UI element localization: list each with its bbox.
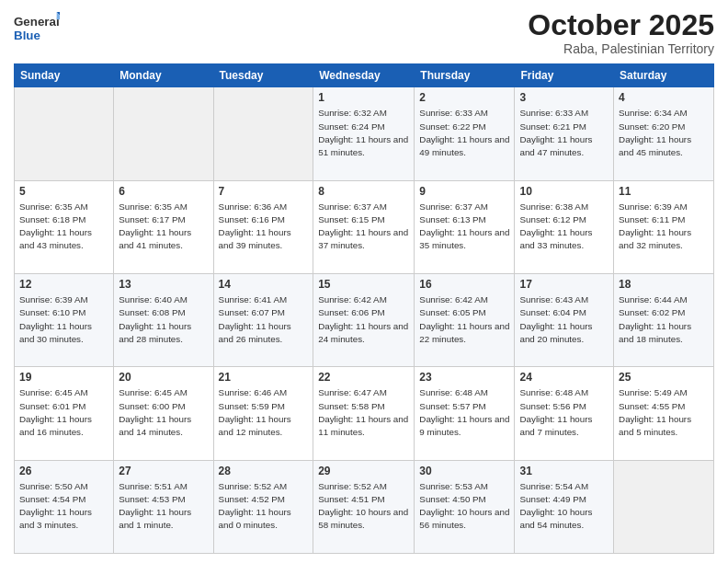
calendar-day-header: Tuesday: [213, 64, 313, 87]
daylight-info: Daylight: 11 hours and 11 minutes.: [318, 414, 408, 437]
daylight-info: Daylight: 11 hours and 37 minutes.: [318, 227, 408, 250]
title-block: October 2025 Raba, Palestinian Territory: [528, 9, 714, 56]
day-number: 11: [619, 184, 709, 199]
svg-text:General: General: [14, 15, 60, 29]
calendar-day-cell: [15, 87, 114, 180]
day-number: 30: [419, 464, 509, 478]
sunrise-info: Sunrise: 5:49 AM: [619, 387, 688, 397]
daylight-info: Daylight: 11 hours and 20 minutes.: [519, 321, 592, 344]
sunrise-info: Sunrise: 6:42 AM: [318, 294, 387, 304]
sunset-info: Sunset: 6:24 PM: [318, 121, 384, 132]
sunset-info: Sunset: 4:54 PM: [19, 494, 85, 504]
sunset-info: Sunset: 6:04 PM: [519, 307, 586, 317]
daylight-info: Daylight: 11 hours and 16 minutes.: [19, 414, 92, 437]
daylight-info: Daylight: 11 hours and 30 minutes.: [19, 321, 92, 344]
calendar-day-cell: 11 Sunrise: 6:39 AM Sunset: 6:11 PM Dayl…: [614, 180, 714, 273]
calendar-day-cell: 23 Sunrise: 6:48 AM Sunset: 5:57 PM Dayl…: [415, 367, 515, 460]
day-number: 2: [419, 90, 509, 105]
day-number: 23: [419, 370, 509, 385]
daylight-info: Daylight: 11 hours and 47 minutes.: [519, 134, 592, 157]
sunset-info: Sunset: 6:08 PM: [119, 307, 185, 317]
daylight-info: Daylight: 10 hours and 56 minutes.: [419, 507, 509, 530]
sunset-info: Sunset: 6:13 PM: [419, 214, 485, 224]
calendar-header-row: SundayMondayTuesdayWednesdayThursdayFrid…: [15, 64, 714, 87]
calendar-day-cell: 22 Sunrise: 6:47 AM Sunset: 5:58 PM Dayl…: [313, 367, 415, 460]
sunrise-info: Sunrise: 6:33 AM: [519, 108, 588, 118]
calendar-day-cell: 25 Sunrise: 5:49 AM Sunset: 4:55 PM Dayl…: [614, 367, 714, 460]
sunrise-info: Sunrise: 5:52 AM: [318, 481, 387, 491]
calendar-day-cell: 24 Sunrise: 6:48 AM Sunset: 5:56 PM Dayl…: [515, 367, 614, 460]
calendar-day-header: Thursday: [415, 64, 515, 87]
sunset-info: Sunset: 5:59 PM: [219, 401, 285, 411]
sunset-info: Sunset: 6:16 PM: [219, 214, 285, 224]
daylight-info: Daylight: 11 hours and 14 minutes.: [119, 414, 191, 437]
day-number: 8: [318, 184, 409, 199]
day-number: 7: [219, 184, 309, 199]
calendar-day-cell: 10 Sunrise: 6:38 AM Sunset: 6:12 PM Dayl…: [515, 180, 614, 273]
sunset-info: Sunset: 6:17 PM: [119, 214, 185, 224]
daylight-info: Daylight: 11 hours and 7 minutes.: [519, 414, 592, 437]
daylight-info: Daylight: 11 hours and 28 minutes.: [119, 321, 191, 344]
calendar-day-cell: 20 Sunrise: 6:45 AM Sunset: 6:00 PM Dayl…: [114, 367, 213, 460]
day-number: 22: [318, 370, 409, 385]
calendar-day-header: Sunday: [15, 64, 114, 87]
sunrise-info: Sunrise: 6:45 AM: [119, 387, 188, 397]
sunrise-info: Sunrise: 6:41 AM: [219, 294, 288, 304]
calendar-day-cell: 16 Sunrise: 6:42 AM Sunset: 6:05 PM Dayl…: [415, 273, 515, 366]
sunrise-info: Sunrise: 6:44 AM: [619, 294, 688, 304]
main-title: October 2025: [528, 9, 714, 41]
logo-svg: General Blue: [14, 9, 60, 46]
daylight-info: Daylight: 11 hours and 9 minutes.: [419, 414, 509, 437]
sunrise-info: Sunrise: 5:51 AM: [119, 481, 188, 491]
sunset-info: Sunset: 6:05 PM: [419, 307, 485, 317]
day-number: 10: [519, 184, 609, 199]
calendar-week-row: 5 Sunrise: 6:35 AM Sunset: 6:18 PM Dayli…: [15, 180, 714, 273]
day-number: 16: [419, 277, 509, 292]
calendar-day-cell: 1 Sunrise: 6:32 AM Sunset: 6:24 PM Dayli…: [313, 87, 415, 180]
sunrise-info: Sunrise: 5:53 AM: [419, 481, 488, 491]
daylight-info: Daylight: 11 hours and 26 minutes.: [219, 321, 291, 344]
day-number: 26: [19, 464, 108, 478]
sunrise-info: Sunrise: 6:37 AM: [419, 201, 488, 212]
daylight-info: Daylight: 11 hours and 41 minutes.: [119, 227, 191, 250]
day-number: 14: [219, 277, 309, 292]
day-number: 18: [619, 277, 709, 292]
calendar-day-cell: 6 Sunrise: 6:35 AM Sunset: 6:17 PM Dayli…: [114, 180, 213, 273]
sunset-info: Sunset: 6:20 PM: [619, 121, 685, 132]
day-number: 4: [619, 90, 709, 105]
calendar-week-row: 1 Sunrise: 6:32 AM Sunset: 6:24 PM Dayli…: [15, 87, 714, 180]
calendar-day-cell: 27 Sunrise: 5:51 AM Sunset: 4:53 PM Dayl…: [114, 460, 213, 553]
day-number: 13: [119, 277, 208, 292]
day-number: 6: [119, 184, 208, 199]
daylight-info: Daylight: 11 hours and 12 minutes.: [219, 414, 291, 437]
daylight-info: Daylight: 11 hours and 32 minutes.: [619, 227, 691, 250]
sunrise-info: Sunrise: 6:39 AM: [619, 201, 688, 212]
logo: General Blue: [14, 9, 60, 46]
calendar-day-cell: 29 Sunrise: 5:52 AM Sunset: 4:51 PM Dayl…: [313, 460, 415, 553]
calendar-week-row: 26 Sunrise: 5:50 AM Sunset: 4:54 PM Dayl…: [15, 460, 714, 553]
sunrise-info: Sunrise: 6:38 AM: [519, 201, 588, 212]
calendar-day-cell: 30 Sunrise: 5:53 AM Sunset: 4:50 PM Dayl…: [415, 460, 515, 553]
daylight-info: Daylight: 11 hours and 35 minutes.: [419, 227, 509, 250]
calendar-day-header: Monday: [114, 64, 213, 87]
sunrise-info: Sunrise: 6:47 AM: [318, 387, 387, 397]
calendar-day-cell: 26 Sunrise: 5:50 AM Sunset: 4:54 PM Dayl…: [15, 460, 114, 553]
daylight-info: Daylight: 11 hours and 0 minutes.: [219, 507, 291, 530]
sunset-info: Sunset: 6:00 PM: [119, 401, 185, 411]
calendar-day-cell: 21 Sunrise: 6:46 AM Sunset: 5:59 PM Dayl…: [213, 367, 313, 460]
page: General Blue October 2025 Raba, Palestin…: [0, 0, 728, 563]
sunset-info: Sunset: 6:02 PM: [619, 307, 685, 317]
day-number: 24: [519, 370, 609, 385]
calendar-week-row: 19 Sunrise: 6:45 AM Sunset: 6:01 PM Dayl…: [15, 367, 714, 460]
sunrise-info: Sunrise: 6:48 AM: [519, 387, 588, 397]
sunset-info: Sunset: 6:12 PM: [519, 214, 586, 224]
daylight-info: Daylight: 11 hours and 33 minutes.: [519, 227, 592, 250]
calendar-day-cell: 3 Sunrise: 6:33 AM Sunset: 6:21 PM Dayli…: [515, 87, 614, 180]
sunset-info: Sunset: 5:58 PM: [318, 401, 384, 411]
daylight-info: Daylight: 11 hours and 43 minutes.: [19, 227, 92, 250]
day-number: 28: [219, 464, 309, 478]
day-number: 1: [318, 90, 409, 105]
sunrise-info: Sunrise: 6:48 AM: [419, 387, 488, 397]
daylight-info: Daylight: 10 hours and 58 minutes.: [318, 507, 408, 530]
sunrise-info: Sunrise: 6:46 AM: [219, 387, 288, 397]
